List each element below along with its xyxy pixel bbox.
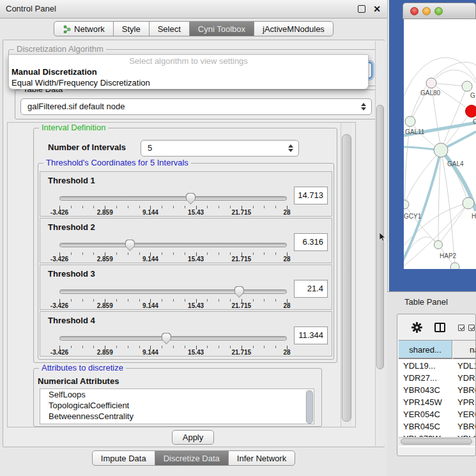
inner-vertical-scrollbar[interactable] [341,123,352,427]
tab-network[interactable]: Network [54,21,114,36]
column-header-shared[interactable]: shared... [399,341,452,359]
dropdown-option-manual-discretization[interactable]: Manual Discretization [12,67,97,77]
split-columns-icon[interactable] [434,323,445,332]
list-item-selfloops[interactable]: SelfLoops [40,389,314,400]
table-row[interactable]: YBR043CYBR0 [399,384,475,396]
table-row[interactable]: YDR27...YDR2 [399,372,475,384]
threshold-1-slider[interactable] [59,193,287,207]
threshold-3-value-field[interactable]: 21.4 [294,280,328,298]
node-label-h: H [472,213,476,220]
slider-track[interactable] [59,196,287,201]
scrollbar-thumb[interactable] [306,390,313,424]
apply-button[interactable]: Apply [172,430,214,445]
tab-style[interactable]: Style [113,21,150,36]
node-gal11[interactable] [405,116,415,127]
threshold-3-slider[interactable] [59,286,287,300]
tick-label: 15.43 [188,256,204,263]
gear-icon[interactable] [411,322,422,333]
threshold-4-slider[interactable] [59,333,287,347]
slider-track[interactable] [59,243,287,247]
threshold-4-value-field[interactable]: 11.344 [294,326,328,344]
tab-discretize-data[interactable]: Discretize Data [155,450,229,466]
table-panel-title: Table Panel [404,297,448,307]
panel-vertical-scrollbar[interactable] [375,41,385,446]
minimize-traffic-light-icon[interactable] [422,7,431,15]
tick-label: 21.715 [232,256,252,263]
checkbox-icon[interactable] [468,325,475,331]
slider-thumb[interactable] [125,240,135,251]
number-of-intervals-combo[interactable]: 5 [141,140,299,157]
table-horizontal-scrollbar[interactable] [399,437,475,446]
table-row[interactable]: YDL19...YDL1 [399,360,475,372]
attributes-list-scrollbar[interactable] [305,390,313,423]
zoom-traffic-light-icon[interactable] [434,7,443,15]
node-hap2[interactable] [434,241,443,249]
slider-thumb[interactable] [186,193,196,204]
table-data-combo[interactable]: galFiltered.sif default node [20,98,372,115]
node-label-gal11: GAL11 [405,128,425,135]
screen: Control Panel ✕ Network Style Select Cyn… [0,0,476,476]
cell: YBR043C [403,384,440,396]
node-gal4[interactable] [434,143,448,157]
node-bottom[interactable] [450,263,459,269]
network-canvas[interactable]: GAL80 G C GAL11 GAL4 GCY1 H HAP2 [404,19,476,269]
scrollbar-thumb[interactable] [401,438,472,445]
node-h[interactable] [463,197,474,209]
tab-network-label: Network [74,24,105,34]
tab-jactivemnodules[interactable]: jActiveMNodules [254,21,334,36]
slider-track[interactable] [59,336,287,341]
table-row[interactable]: YBR045CYBR0 [399,420,475,433]
cell: YBR0 [457,420,475,433]
table-row[interactable]: YPR145WYPR1 [399,396,475,408]
control-panel-window: Control Panel ✕ Network Style Select Cyn… [0,0,388,476]
tab-impute-data[interactable]: Impute Data [92,450,155,466]
network-graph: GAL80 G C GAL11 GAL4 GCY1 H HAP2 [404,19,476,269]
threshold-4-panel: Threshold 4 -3.426 2.859 9.144 15.43 [40,311,332,357]
node-table: shared... na YDL19...YDL1 YDR27...YDR2 Y… [399,340,475,447]
node-top-right[interactable] [462,81,472,91]
numerical-attributes-list[interactable]: SelfLoops TopologicalCoefficient Between… [40,388,314,424]
threshold-2-slider[interactable] [59,240,287,254]
slider-track[interactable] [59,289,287,294]
network-window-titlebar[interactable] [403,3,476,19]
table-row[interactable]: YER054CYER0 [399,408,475,420]
algorithm-dropdown-popup: Select algorithm to view settings Manual… [8,54,369,89]
attributes-group-title: Attributes to discretize [39,364,126,372]
cell: YBR0 [457,384,475,396]
close-traffic-light-icon[interactable] [410,7,418,15]
checkbox-icon[interactable] [458,325,464,331]
threshold-2-value-field[interactable]: 6.316 [294,233,328,251]
node-gcy1[interactable] [404,200,409,209]
tab-infer-network[interactable]: Infer Network [228,450,295,466]
tab-cyni-toolbox-label: Cyni Toolbox [198,24,245,34]
slider-thumb[interactable] [234,286,244,298]
float-window-icon[interactable] [358,5,365,13]
cell: YPR145W [403,396,442,408]
network-window: GAL80 G C GAL11 GAL4 GCY1 H HAP2 [389,0,476,291]
tab-cyni-toolbox[interactable]: Cyni Toolbox [189,21,254,36]
scrollbar-thumb[interactable] [342,134,351,422]
combo-spinner-icon [361,103,366,111]
threshold-4-label: Threshold 4 [48,316,95,325]
slider-thumb[interactable] [162,333,171,344]
thresholds-group: Threshold's Coordinates for 5 Intervals … [38,163,334,360]
threshold-2-panel: Threshold 2 -3.426 2.859 9.144 15.43 [40,218,332,263]
column-header-name[interactable]: na [453,341,475,359]
node-gal80[interactable] [426,78,436,88]
node-red-selected[interactable] [466,105,476,118]
tick-label: 2.859 [97,302,113,309]
cell: YDR2 [457,372,475,384]
threshold-3-panel: Threshold 3 -3.426 2.859 9.144 15.43 [40,265,332,310]
close-icon[interactable]: ✕ [373,0,381,18]
top-tab-bar: Network Style Select Cyni Toolbox jActiv… [0,21,387,36]
tab-select[interactable]: Select [149,21,190,36]
tick-label: 9.144 [142,349,158,356]
table-panel: Table Panel [387,291,476,476]
dropdown-option-equal-width-frequency[interactable]: Equal Width/Frequency Discretization [12,78,150,88]
cell: YDL19... [403,360,436,372]
threshold-1-value-field[interactable]: 14.713 [294,187,328,204]
number-of-intervals-label: Number of Intervals [48,142,126,152]
list-item-topologicalcoefficient[interactable]: TopologicalCoefficient [40,400,314,411]
list-item-betweennesscentrality[interactable]: BetweennessCentrality [40,411,314,422]
tick-label: 9.144 [142,256,158,263]
